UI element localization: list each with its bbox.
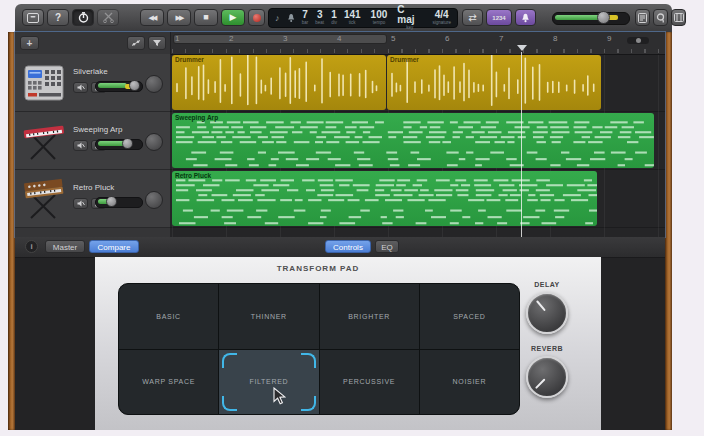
automation-icon <box>131 39 141 47</box>
wood-trim-left <box>8 32 15 430</box>
master-volume-slider[interactable] <box>552 12 630 25</box>
region-drummer-2[interactable]: Drummer <box>387 55 601 110</box>
info-button[interactable]: i <box>25 240 38 253</box>
media-browser-button[interactable] <box>671 9 686 26</box>
delay-knob[interactable] <box>526 292 568 334</box>
bar-number: 8 <box>553 34 557 43</box>
pad-thinner[interactable]: THINNER <box>219 284 318 349</box>
library-button[interactable] <box>22 9 44 26</box>
cycle-button[interactable]: ⇄ <box>462 9 483 26</box>
metronome-button[interactable] <box>515 9 536 26</box>
bar-number: 3 <box>283 34 287 43</box>
mute-button[interactable] <box>73 82 88 93</box>
stop-icon: ■ <box>203 13 208 22</box>
automation-button[interactable] <box>127 36 145 50</box>
volume-knob[interactable] <box>129 80 140 91</box>
compare-button[interactable]: Compare <box>89 240 139 253</box>
track-header-footer <box>15 228 170 237</box>
bar-number: 5 <box>391 34 395 43</box>
tools-button[interactable] <box>97 9 119 26</box>
smart-controls-panel: i Master Compare Controls EQ TRANSFORM P… <box>15 237 665 430</box>
mute-button[interactable] <box>73 140 88 151</box>
pad-label: THINNER <box>251 313 287 320</box>
region-sweeping-arp[interactable]: Sweeping Arp <box>172 113 654 168</box>
wood-trim-right <box>665 32 672 430</box>
knob-indicator <box>535 378 546 389</box>
track-name[interactable]: Retro Pluck <box>73 183 114 192</box>
zoom-slider-knob[interactable] <box>636 38 641 43</box>
add-track-button[interactable]: + <box>20 36 39 50</box>
zoom-slider[interactable] <box>627 37 649 44</box>
pad-brighter[interactable]: BRIGHTER <box>320 284 419 349</box>
pad-basic[interactable]: BASIC <box>119 284 218 349</box>
volume-knob[interactable] <box>597 11 610 24</box>
track-volume-slider[interactable] <box>95 81 143 92</box>
reverb-knob[interactable] <box>526 356 568 398</box>
tuner-button[interactable] <box>72 9 94 26</box>
delay-label: DELAY <box>515 281 579 288</box>
notepad-icon <box>638 13 647 23</box>
play-button[interactable]: ▶ <box>221 9 245 26</box>
playhead-marker[interactable] <box>517 45 527 51</box>
pad-warp-space[interactable]: WARP SPACE <box>119 350 218 415</box>
master-button[interactable]: Master <box>45 240 85 253</box>
count-in-label: 1234 <box>492 15 505 21</box>
track-volume-slider[interactable] <box>95 139 143 150</box>
pad-filtered[interactable]: FILTERED <box>219 350 318 415</box>
forward-icon: ▶▶ <box>176 14 183 21</box>
track-header-retro-pluck[interactable]: Retro Pluck <box>15 170 170 228</box>
drum-machine-icon[interactable] <box>21 61 67 105</box>
count-in-button[interactable]: 1234 <box>486 9 512 26</box>
volume-knob[interactable] <box>122 138 133 149</box>
pan-knob[interactable] <box>145 75 163 93</box>
selection-corner <box>301 396 316 411</box>
pan-knob[interactable] <box>145 133 163 151</box>
wood-synth-icon[interactable] <box>21 177 67 221</box>
pad-label: SPACED <box>453 313 485 320</box>
media-icon <box>674 13 684 22</box>
rewind-button[interactable]: ◀◀ <box>140 9 164 26</box>
pad-spaced[interactable]: SPACED <box>420 284 519 349</box>
plus-icon: + <box>27 38 33 49</box>
tab-eq[interactable]: EQ <box>375 240 399 253</box>
track-name[interactable]: Silverlake <box>73 67 108 76</box>
reverb-knob-group: REVERB <box>515 345 579 398</box>
record-button[interactable] <box>248 9 265 26</box>
lcd-tempo: 100tempo <box>371 10 388 26</box>
track-name[interactable]: Sweeping Arp <box>73 125 122 134</box>
mute-button[interactable] <box>73 198 88 209</box>
pan-knob[interactable] <box>145 191 163 209</box>
lcd-beat: 3beat <box>315 10 324 26</box>
tuner-icon <box>78 12 89 23</box>
lcd-display[interactable]: ♪ 7bar 3beat 1div 141tick 100tempo C maj… <box>268 8 458 28</box>
bar-number: 6 <box>445 34 449 43</box>
forward-button[interactable]: ▶▶ <box>167 9 191 26</box>
smart-controls-header: i Master Compare Controls EQ <box>15 237 665 258</box>
track-filter-button[interactable] <box>148 36 166 50</box>
help-button[interactable]: ? <box>47 9 69 26</box>
knob-indicator <box>536 300 546 311</box>
audio-waveform <box>172 55 386 110</box>
scissors-icon <box>103 12 114 23</box>
volume-knob[interactable] <box>106 196 117 207</box>
cycle-range[interactable] <box>173 34 387 44</box>
mute-icon <box>77 84 85 91</box>
help-icon: ? <box>55 13 61 23</box>
time-ruler[interactable]: 1 2 3 4 5 6 7 8 9 <box>170 32 665 55</box>
loop-icon <box>656 13 666 23</box>
pad-label: BASIC <box>156 313 181 320</box>
notes-button[interactable] <box>635 9 650 26</box>
region-retro-pluck[interactable]: Retro Pluck <box>172 171 597 226</box>
track-header-silverlake[interactable]: Silverlake <box>15 54 170 112</box>
red-keyboard-icon[interactable] <box>21 119 67 163</box>
track-header-sweeping-arp[interactable]: Sweeping Arp <box>15 112 170 170</box>
stop-button[interactable]: ■ <box>194 9 218 26</box>
region-drummer-1[interactable]: Drummer <box>172 55 386 110</box>
pad-label: NOISIER <box>453 378 487 385</box>
reverb-label: REVERB <box>515 345 579 352</box>
pad-percussive[interactable]: PERCUSSIVE <box>320 350 419 415</box>
pad-noisier[interactable]: NOISIER <box>420 350 519 415</box>
loop-browser-button[interactable] <box>653 9 668 26</box>
track-volume-slider[interactable] <box>95 197 143 208</box>
tab-controls[interactable]: Controls <box>325 240 371 253</box>
